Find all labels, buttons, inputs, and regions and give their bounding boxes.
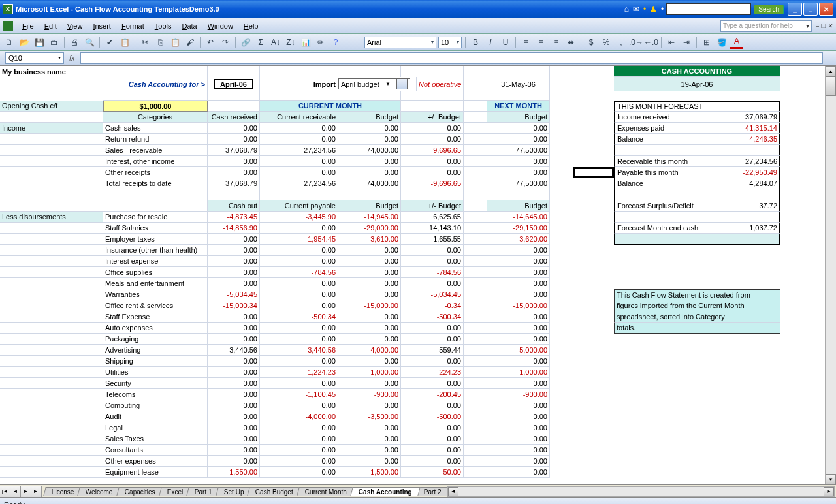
value-cell[interactable]: -9,696.65 [401,178,464,189]
value-cell[interactable]: -15,000.00 [487,300,550,311]
percent-icon[interactable]: % [600,36,613,49]
value-cell[interactable]: 0.00 [208,234,260,245]
drawing-icon[interactable]: ✏ [314,36,327,49]
value-cell[interactable]: 0.00 [260,278,338,289]
tab-welcome[interactable]: Welcome [78,487,121,496]
menu-edit[interactable]: Edit [39,21,62,31]
value-cell[interactable]: 0.00 [487,311,550,323]
buddy-icon[interactable]: ♟ [650,5,657,14]
value-cell[interactable]: -500.00 [401,411,464,422]
value-cell[interactable]: 0.00 [208,422,260,433]
currency-icon[interactable]: $ [585,36,598,49]
value-cell[interactable]: -1,224.23 [260,367,338,378]
preview-icon[interactable]: 🔍 [83,36,96,49]
search-button[interactable]: Search [754,5,784,14]
value-cell[interactable]: 0.00 [338,134,401,145]
value-cell[interactable]: 559.44 [401,345,464,356]
cell[interactable] [550,91,573,101]
value-cell[interactable]: 0.00 [487,334,550,345]
value-cell[interactable]: 0.00 [338,167,401,178]
value-cell[interactable]: -1,954.45 [260,234,338,245]
value-cell[interactable]: 0.00 [338,245,401,256]
opening-cash-label[interactable]: Opening Cash c/f [0,101,103,112]
value-cell[interactable]: 0.00 [260,400,338,411]
value-cell[interactable]: 0.00 [401,323,464,334]
value-cell[interactable]: -900.00 [487,389,550,400]
font-size-select[interactable]: 10 [438,37,462,48]
value-cell[interactable]: 0.00 [487,278,550,289]
opening-cash-value[interactable]: $1,000.00 [103,101,208,112]
mdi-close[interactable]: ✕ [828,23,833,29]
dec-indent-icon[interactable]: ⇤ [665,36,678,49]
value-cell[interactable]: 0.00 [487,156,550,167]
bold-icon[interactable]: B [469,36,482,49]
workbook-icon[interactable] [3,21,13,31]
value-cell[interactable]: -224.23 [401,367,464,378]
scroll-down-icon[interactable]: ▼ [826,474,836,484]
value-cell[interactable]: 0.00 [401,422,464,433]
value-cell[interactable]: 0.00 [487,422,550,433]
value-cell[interactable]: 0.00 [487,411,550,422]
value-cell[interactable]: 0.00 [487,400,550,411]
mail-icon[interactable]: ✉ [633,5,639,14]
value-cell[interactable]: 0.00 [487,456,550,467]
value-cell[interactable]: -29,000.00 [338,223,401,234]
menu-file[interactable]: File [17,21,39,31]
dec-decimal-icon[interactable]: ←.0 [645,36,658,49]
value-cell[interactable]: -5,000.00 [487,345,550,356]
selected-cell[interactable] [573,167,614,178]
open-icon[interactable]: 📂 [18,36,31,49]
spell-icon[interactable]: ✔ [103,36,116,49]
value-cell[interactable]: -1,000.00 [487,367,550,378]
value-cell[interactable]: -50.00 [401,467,464,478]
value-cell[interactable]: -0.34 [401,300,464,311]
value-cell[interactable]: 0.00 [338,311,401,323]
cell[interactable] [715,101,780,112]
menu-insert[interactable]: Insert [88,21,116,31]
mdi-restore[interactable]: ❐ [821,23,826,29]
hscroll-left-icon[interactable]: ◄ [448,487,458,496]
cell[interactable] [338,189,401,200]
import-select[interactable]: April budget▼ [338,78,410,89]
align-right-icon[interactable]: ≡ [549,36,562,49]
value-cell[interactable]: 0.00 [208,411,260,422]
value-cell[interactable]: 0.00 [208,278,260,289]
sort-desc-icon[interactable]: Z↓ [284,36,297,49]
value-cell[interactable]: 0.00 [401,256,464,267]
value-cell[interactable]: -1,100.45 [260,389,338,400]
value-cell[interactable]: 74,000.00 [338,178,401,189]
help-icon[interactable]: ? [329,36,342,49]
value-cell[interactable]: -5,034.45 [208,289,260,300]
cell[interactable] [260,91,338,101]
value-cell[interactable]: 0.00 [260,134,338,145]
value-cell[interactable]: -4,000.00 [338,345,401,356]
fill-color-icon[interactable]: 🪣 [715,36,728,49]
value-cell[interactable]: 0.00 [401,167,464,178]
link-icon[interactable]: 🔗 [239,36,252,49]
value-cell[interactable]: 0.00 [208,456,260,467]
value-cell[interactable]: 0.00 [338,445,401,456]
sort-asc-icon[interactable]: A↓ [269,36,282,49]
value-cell[interactable]: 0.00 [260,356,338,367]
tab-capacities[interactable]: Capacities [116,487,163,496]
cell[interactable] [208,66,260,77]
value-cell[interactable]: 0.00 [208,256,260,267]
value-cell[interactable]: 74,000.00 [338,145,401,156]
cell[interactable] [464,101,487,112]
value-cell[interactable]: 0.00 [208,245,260,256]
value-cell[interactable]: 0.00 [401,123,464,134]
next-month-header[interactable]: NEXT MONTH [487,101,550,112]
value-cell[interactable]: 0.00 [401,400,464,411]
value-cell[interactable]: -1,550.00 [208,467,260,478]
value-cell[interactable]: -15,000.34 [208,300,260,311]
name-box[interactable]: Q10 [5,52,64,64]
tab-cash-budget[interactable]: Cash Budget [248,487,302,496]
value-cell[interactable]: 0.00 [487,123,550,134]
value-cell[interactable]: 0.00 [338,334,401,345]
fx-icon[interactable]: fx [69,54,75,62]
value-cell[interactable]: -3,610.00 [338,234,401,245]
cell[interactable] [208,189,260,200]
menu-window[interactable]: Window [202,21,238,31]
value-cell[interactable]: 0.00 [401,278,464,289]
cell[interactable] [550,66,573,77]
